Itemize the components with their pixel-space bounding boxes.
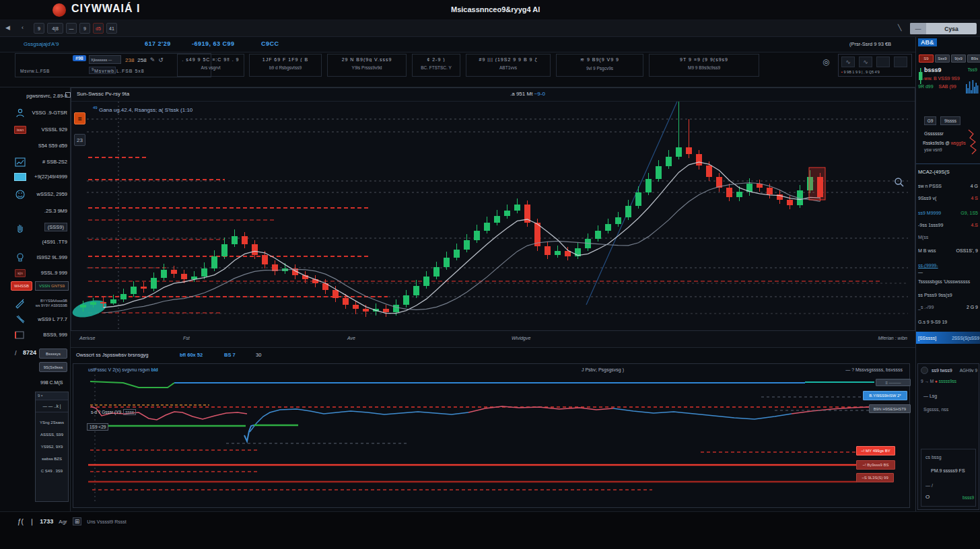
ribbon-group-0[interactable]: . s49 9 5C ≡:C 9‼ . 9Ars vsgrvt xyxy=(177,54,244,77)
symbol-chip-button[interactable]: #98 xyxy=(73,55,86,61)
group-icons[interactable]: #9 ||| (19S2 9 9 B 9 ζ xyxy=(466,54,550,62)
watch-list-item-0[interactable]: YSng 2Ssass xyxy=(36,412,68,425)
thumbnail-1[interactable]: ∿ xyxy=(859,57,872,67)
pill-dash-segment[interactable]: — xyxy=(910,23,926,34)
axis-label-2: Ave xyxy=(347,336,355,340)
indicator-badge-5[interactable]: ~S 9L3S(S) 99 xyxy=(856,473,894,482)
indicator-badge-4[interactable]: ~! By9sss9 BS xyxy=(856,460,895,470)
watch-list-item-4[interactable]: C S49 . 3S9 xyxy=(36,461,68,473)
indicator-badge-2[interactable]: B9N H9SESHST9 xyxy=(869,404,911,413)
group-icons[interactable]: 29 N B9(9g V.sss9 xyxy=(328,54,406,62)
watch-list-item-1[interactable]: ASSSS, S99 xyxy=(36,425,68,437)
watch-list-item-2[interactable]: YS9S2, 9X9 xyxy=(36,437,68,449)
pair-icon-1[interactable]: ↺ xyxy=(158,57,164,63)
indicator-value-1[interactable]: bfl 60x 52 xyxy=(180,352,203,358)
buy-button[interactable]: VSSN GNTS9 xyxy=(35,281,69,291)
sidebar-item-6[interactable]: wSSS2, 2959 xyxy=(0,188,71,203)
ribbon-group-3[interactable]: ¢ 2-9 )BC. FTSTSC. Y xyxy=(412,54,460,77)
group-icons[interactable]: . s49 9 5C ≡:C 9‼ . 9 xyxy=(178,54,244,62)
menu-button-0[interactable]: 9 xyxy=(34,23,44,34)
sidebar-item-15[interactable]: BSS9, 999 xyxy=(0,328,71,343)
right-subtab-0[interactable]: G9 xyxy=(924,116,936,125)
sidebar-item-2[interactable]: issnVSSSL 929 xyxy=(0,123,71,138)
divider-icon: ❘ xyxy=(29,518,34,525)
symbol-link[interactable]: Gssgsajajd'A'9 xyxy=(24,41,59,47)
chart-stats-link[interactable]: ~9-0 xyxy=(534,91,545,97)
watch-list-item-3[interactable]: swbss BZS xyxy=(36,449,68,461)
indicator-value-2[interactable]: BS 7 xyxy=(224,352,236,358)
watch-list-header[interactable]: 9 ▪ xyxy=(36,392,68,400)
menu-button-4[interactable]: d5 xyxy=(93,23,104,34)
mode-pill-button[interactable]: — Cysa xyxy=(910,23,977,34)
watch-button-2[interactable]: 9S(Ss9sss xyxy=(39,362,67,372)
right-tab-2[interactable]: 9(s9 xyxy=(951,54,966,63)
time-axis[interactable]: Mferian : wibn AerivseFstAveWlvidgve xyxy=(71,331,915,348)
group-icons[interactable]: ≋ 9 B9(9 V9 9 xyxy=(557,54,643,63)
thumbnail-2[interactable] xyxy=(876,57,890,67)
indicator-plot[interactable]: ustFsssc V 2(s) svgvnu rsgvn bld J Psbv;… xyxy=(73,363,910,508)
quote-symbol[interactable]: bsss9 xyxy=(924,67,942,73)
account-badge[interactable]: AB& xyxy=(918,38,937,46)
quote-value-1[interactable]: 617 2'29 xyxy=(145,40,171,47)
module-icons[interactable]: 9 → M xyxy=(921,379,934,383)
indicator-badge-1[interactable]: B.YI9SS9HSW 2* xyxy=(863,391,907,400)
menu-button-3[interactable]: 9 xyxy=(79,23,90,34)
sidebar-item-10[interactable]: IS9S2 9L.999 xyxy=(0,251,71,266)
candlestick-chart[interactable] xyxy=(71,99,916,332)
sidebar-item-7[interactable]: .2S.3 9M9 xyxy=(0,205,71,219)
group-caption: ABT1vvs xyxy=(466,62,550,70)
group-icons[interactable]: ¢ 2-9 ) xyxy=(413,54,460,62)
group-icons[interactable]: 1JF 69 F 1F9 ( B xyxy=(250,54,321,62)
sidebar-item-8[interactable]: (SSS9) xyxy=(0,221,71,235)
ribbon-group-2[interactable]: 29 N B9(9g V.sss9Y9is Prsss9v9d xyxy=(327,54,407,77)
pair-icon-0[interactable]: ✎ xyxy=(150,57,155,63)
quote-value-3[interactable]: C9CC xyxy=(261,40,279,47)
note-2b: wsgg9s xyxy=(951,141,966,145)
sidebar-item-1[interactable]: VSSG .9-GTSR xyxy=(0,106,71,121)
right-tab-0[interactable]: S9 xyxy=(919,54,934,63)
target-circle-icon[interactable]: ◎ xyxy=(823,57,829,67)
menu-button-1[interactable]: 4|8 xyxy=(47,23,63,34)
right-subtab-1[interactable]: 9issss xyxy=(940,116,960,125)
kv-key-6[interactable]: ss-(9999- xyxy=(918,263,938,268)
thumbnail-3[interactable] xyxy=(894,57,907,67)
indicator-badge-0[interactable]: ≡ ——— xyxy=(876,379,911,386)
item-chip-box[interactable] xyxy=(65,92,71,98)
sidebar-item-13[interactable]: BYYS9AAsss9Bws 9Y9Y AS9SS9B xyxy=(0,297,71,312)
ribbon-group-6[interactable]: 9T 9 ≡9 (9 9(s9s9M9 9 B9s9c9ss9 xyxy=(649,54,759,77)
ribbon-group-5[interactable]: ≋ 9 B9(9 V9 99vl 9 Psgcv9s xyxy=(556,54,643,77)
menu-button-5[interactable]: 41 xyxy=(106,23,117,34)
sidebar-item-4[interactable]: # SSB-2S2 xyxy=(0,155,71,170)
sidebar-item-3[interactable]: S54 S59 d59 xyxy=(0,139,71,154)
watch-button-1[interactable]: Bssssys xyxy=(39,349,67,359)
sidebar-item-12[interactable]: WHSSBVSSN GNTS9 xyxy=(0,280,71,295)
menu-button-2[interactable]: — xyxy=(66,23,77,34)
sidebar-item-14[interactable]: wSS9 L 7'7.7 xyxy=(0,313,71,328)
status-label: Agr xyxy=(59,519,67,525)
prev-icon[interactable]: ‹ xyxy=(22,24,24,31)
module-title-right[interactable]: AGH9v 9 xyxy=(960,368,977,373)
pair-238[interactable]: 238 xyxy=(125,57,134,63)
grid-badge-icon[interactable]: ⊞ xyxy=(73,517,82,525)
ribbon-group-1[interactable]: 1JF 69 F 1F9 ( Bb9 d Rsbgsvtss9 xyxy=(249,54,322,77)
ribbon-group-4[interactable]: #9 ||| (19S2 9 9 B 9 ζABT1vvs xyxy=(466,54,551,77)
thumbnail-0[interactable]: ∿ xyxy=(841,57,855,67)
sidebar-item-9[interactable]: (4S91 .TT9 xyxy=(0,235,71,250)
symbol-select[interactable]: Xjkssssss — xyxy=(89,55,121,64)
sell-button[interactable]: WHSSB xyxy=(11,281,32,291)
group-icons[interactable]: 9T 9 ≡9 (9 9(s9s9 xyxy=(650,54,759,62)
pair-258[interactable]: 258 xyxy=(137,57,146,63)
back-icon[interactable]: ◀ xyxy=(5,24,10,31)
sidebar-item-11[interactable]: s|n9SSL.9 999 xyxy=(0,266,71,281)
magnifier-icon[interactable] xyxy=(894,177,905,188)
slash-icon[interactable]: ╲ xyxy=(898,24,901,31)
right-tab-3[interactable]: B9s xyxy=(967,54,980,63)
chart-stats-main: 951 Mt xyxy=(516,91,532,97)
watch-dropdown-list[interactable]: 9 ▪ — — ..k | YSng 2SsassASSSS, S99YS9S2… xyxy=(35,392,69,502)
quote-value-2[interactable]: -6919, 63 C99 xyxy=(192,40,235,47)
sidebar-item-5[interactable]: +9(22)49/4999 xyxy=(0,170,71,185)
right-tab-1[interactable]: Sss9 xyxy=(935,54,950,63)
indicator-badge-3[interactable]: ~! MY 499gs BY xyxy=(856,446,895,455)
blue-action-bar[interactable]: [SSssss] 2SSS(S(sSS9 xyxy=(916,332,980,344)
sidebar-item-0[interactable]: pgwsnsvrc, 2.89-9 xyxy=(0,89,71,104)
